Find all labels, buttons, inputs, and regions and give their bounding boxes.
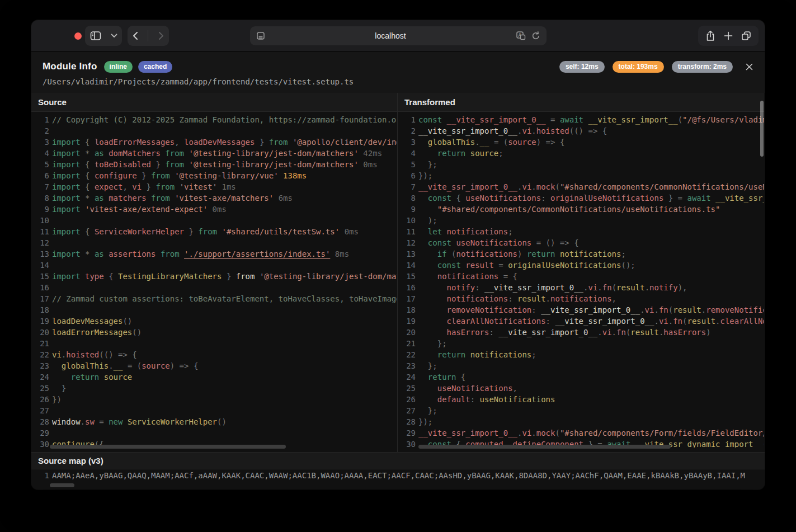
token: .: [640, 305, 644, 314]
token: sw: [85, 417, 95, 426]
token: import: [52, 194, 85, 203]
transformed-hscrollbar[interactable]: [418, 445, 671, 449]
token: let: [418, 227, 447, 236]
code-text: return {: [418, 371, 465, 383]
token: '@testing-library/vue': [175, 171, 278, 180]
back-icon[interactable]: [132, 31, 139, 40]
code-panels: Source 1// Copyright (C) 2012-2025 Zamma…: [31, 93, 765, 452]
token: const: [418, 261, 465, 270]
line-number: 1: [36, 469, 49, 482]
token: 8ms: [330, 249, 349, 258]
token: return: [527, 249, 560, 258]
token: return: [52, 373, 104, 382]
token: 6ms: [274, 194, 293, 203]
module-link[interactable]: './support/assertions/index.ts': [184, 249, 330, 258]
token: fn: [659, 305, 668, 314]
token: notify: [649, 283, 678, 292]
share-icon[interactable]: [705, 30, 716, 42]
code-line: 27: [31, 405, 397, 416]
code-line: 28});: [398, 416, 764, 427]
token: "#shared/components/CommonNotifications/…: [418, 205, 720, 214]
code-text: import * as domMatchers from '@testing-l…: [52, 148, 382, 159]
token: // Zammad custom assertions: toBeAvatarE…: [52, 294, 397, 303]
line-number: 15: [402, 271, 416, 282]
sourcemap-line: 1 AAMA;AAeA,yBAAG,QAAQ,MAAM;AACf,aAAW,KA…: [31, 469, 765, 482]
line-number: 29: [402, 427, 416, 439]
tab-overview-icon[interactable]: [741, 30, 752, 41]
token: hasErrors: [418, 328, 489, 337]
token: __vite_ssr_import_0__: [418, 429, 517, 437]
page-format-icon[interactable]: [256, 31, 266, 41]
token: return: [418, 373, 461, 382]
line-number: 30: [402, 439, 416, 448]
code-line: 20loadErrorMessages(): [31, 327, 397, 338]
token: result: [465, 261, 494, 270]
source-code[interactable]: 1// Copyright (C) 2012-2025 Zammad Found…: [31, 112, 397, 448]
token: .: [597, 283, 602, 292]
close-icon[interactable]: [745, 63, 753, 71]
token: ,: [612, 294, 616, 303]
nav-buttons-group: [128, 26, 169, 46]
token: hoisted: [66, 350, 99, 359]
line-number: 10: [36, 215, 49, 226]
code-line: 19loadDevMessages(): [31, 316, 397, 327]
token: ;: [508, 227, 512, 236]
code-line: 26}): [31, 394, 397, 405]
code-line: 19 clearAllNotifications: __vite_ssr_imp…: [398, 316, 764, 327]
window-close-button[interactable]: [74, 32, 82, 40]
token: globalThis: [418, 138, 475, 147]
code-text: };: [418, 360, 437, 371]
token: domMatchers: [109, 149, 165, 158]
line-number: 12: [402, 237, 416, 248]
sidebar-icon[interactable]: [90, 30, 102, 41]
token: :: [470, 395, 480, 404]
token: return: [418, 350, 470, 359]
code-line: 17 notifications: result.notifications,: [398, 293, 764, 304]
token: notifications: [560, 249, 621, 258]
token: {: [456, 194, 465, 203]
line-number: 22: [402, 349, 416, 360]
token: ServiceWorkerHelper: [95, 227, 184, 236]
code-text: notify: __vite_ssr_import_0__.vi.fn(resu…: [418, 282, 687, 293]
code-text: import * as matchers from 'vitest-axe/ma…: [52, 192, 293, 204]
token: });: [418, 417, 432, 426]
reload-icon[interactable]: [531, 31, 541, 41]
transformed-code[interactable]: 1const __vite_ssr_import_0__ = await __v…: [398, 112, 764, 448]
token: result: [673, 305, 701, 314]
token: .: [654, 305, 658, 314]
token: '#shared/utils/testSw.ts': [222, 227, 340, 236]
address-bar[interactable]: localhost A: [250, 26, 547, 45]
code-text: clearAllNotifications: __vite_ssr_import…: [418, 316, 764, 327]
new-tab-icon[interactable]: [723, 31, 733, 41]
code-text: const useNotifications = () => {: [418, 237, 579, 248]
token: hasErrors: [663, 328, 706, 337]
code-text: // Copyright (C) 2012-2025 Zammad Founda…: [52, 114, 397, 125]
token: {: [85, 182, 95, 191]
chevron-down-icon[interactable]: [111, 34, 117, 38]
code-line: 25 }: [31, 383, 397, 394]
token: {: [461, 373, 465, 382]
token: (: [668, 305, 673, 314]
code-line: 3import { loadErrorMessages, loadDevMess…: [31, 136, 397, 148]
line-number: 1: [36, 114, 49, 125]
forward-icon[interactable]: [158, 31, 164, 40]
sourcemap-hscrollbar[interactable]: [50, 483, 74, 487]
source-hscrollbar[interactable]: [50, 445, 286, 449]
token: (: [555, 182, 559, 191]
token: from: [269, 138, 293, 147]
token: assertions: [109, 249, 161, 258]
token: default: [418, 395, 470, 404]
token: __: [114, 361, 123, 370]
code-line: 12: [31, 237, 397, 248]
token: new: [109, 417, 128, 426]
page-vscrollbar[interactable]: [760, 101, 764, 157]
code-line: 3 globalThis.__ = (source) => {: [398, 136, 764, 148]
token: .: [668, 317, 673, 326]
line-number: 14: [36, 260, 49, 271]
token: source: [470, 149, 499, 158]
translate-icon[interactable]: A: [515, 31, 526, 41]
token: fn: [673, 317, 682, 326]
token: {: [85, 171, 95, 180]
code-line: 24 return source: [31, 371, 397, 383]
token: TestingLibraryMatchers: [118, 272, 222, 281]
